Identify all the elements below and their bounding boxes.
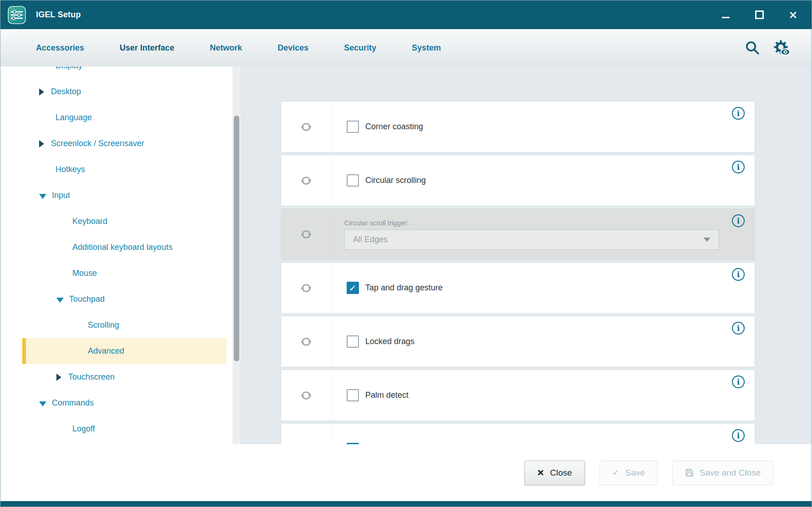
sidebar-item-logoff[interactable]: Logoff bbox=[0, 416, 232, 442]
chevron-down-icon bbox=[703, 238, 711, 242]
chevron-right-icon[interactable] bbox=[39, 88, 44, 96]
maximize-icon bbox=[755, 10, 764, 19]
settings-panel: Corner coasting i bbox=[241, 66, 812, 444]
reset-icon bbox=[299, 120, 313, 134]
select-value: All Edges bbox=[353, 235, 388, 244]
maximize-button[interactable] bbox=[753, 9, 765, 21]
circular-scroll-trigger-select[interactable]: All Edges bbox=[344, 229, 719, 250]
checkbox-unchecked[interactable] bbox=[347, 335, 359, 348]
setting-content: ✓ Tap and drag gesture bbox=[332, 263, 755, 313]
chevron-down-icon[interactable] bbox=[56, 298, 64, 303]
tab-devices[interactable]: Devices bbox=[277, 43, 308, 53]
close-window-button[interactable] bbox=[787, 9, 799, 21]
setting-content: Corner coasting bbox=[332, 101, 755, 152]
close-button[interactable]: Close bbox=[525, 461, 585, 485]
sidebar-item-desktop[interactable]: Desktop bbox=[0, 79, 232, 105]
info-icon[interactable]: i bbox=[732, 161, 745, 173]
sidebar-item-touchscreen[interactable]: Touchscreen bbox=[0, 364, 232, 390]
info-icon[interactable]: i bbox=[732, 375, 745, 388]
setting-content: Palm detect bbox=[332, 370, 755, 421]
info-icon[interactable]: i bbox=[732, 107, 745, 120]
checkbox-circular-scrolling[interactable]: Circular scrolling bbox=[347, 174, 426, 187]
info-icon[interactable]: i bbox=[732, 214, 745, 227]
checkbox-palm-detect[interactable]: Palm detect bbox=[347, 389, 409, 401]
setting-row-corner-coasting: Corner coasting i bbox=[281, 101, 755, 152]
sidebar-item-commands[interactable]: Commands bbox=[0, 390, 232, 416]
window-controls bbox=[720, 9, 812, 21]
sidebar-item-touchpad[interactable]: Touchpad bbox=[0, 286, 232, 312]
sidebar-item-keyboard[interactable]: Keyboard bbox=[0, 208, 232, 234]
reset-icon bbox=[299, 228, 313, 241]
reset-button[interactable] bbox=[281, 424, 332, 444]
tab-security[interactable]: Security bbox=[344, 43, 376, 53]
sidebar-item-input[interactable]: Input bbox=[0, 183, 232, 208]
sidebar-item-language[interactable]: Language bbox=[0, 105, 232, 131]
checkbox-tap-and-drag-gesture[interactable]: ✓ Tap and drag gesture bbox=[347, 282, 443, 294]
tab-user-interface[interactable]: User Interface bbox=[120, 43, 174, 53]
reset-button[interactable] bbox=[281, 316, 332, 367]
sidebar-item-screenlock-screensaver[interactable]: Screenlock / Screensaver bbox=[0, 131, 232, 157]
save-button[interactable]: ✓ Save bbox=[600, 461, 658, 485]
info-icon[interactable]: i bbox=[732, 429, 745, 442]
reset-button[interactable] bbox=[281, 209, 332, 259]
reset-button[interactable] bbox=[281, 155, 332, 206]
titlebar: IGEL Setup bbox=[0, 0, 812, 29]
setting-row-locked-drags: Locked drags i bbox=[281, 316, 755, 367]
tab-bar: Accessories User Interface Network Devic… bbox=[0, 29, 812, 66]
settings-gear-eye-icon[interactable] bbox=[772, 39, 791, 57]
chevron-down-icon[interactable] bbox=[39, 194, 46, 199]
reset-icon bbox=[299, 389, 313, 402]
reset-icon bbox=[299, 281, 313, 295]
checkbox-unchecked[interactable] bbox=[347, 174, 359, 187]
sidebar-item-hotkeys[interactable]: Hotkeys bbox=[0, 157, 232, 183]
chevron-right-icon[interactable] bbox=[39, 140, 44, 147]
sidebar-scrollbar[interactable] bbox=[232, 66, 241, 444]
save-and-close-button[interactable]: Save and Close bbox=[672, 461, 773, 485]
tab-network[interactable]: Network bbox=[210, 43, 242, 53]
footer-bar: Close ✓ Save Save and Close bbox=[0, 444, 812, 501]
checkbox-unchecked[interactable] bbox=[347, 121, 359, 133]
tabbar-icons bbox=[744, 39, 812, 57]
chevron-right-icon[interactable] bbox=[56, 374, 61, 381]
window-title: IGEL Setup bbox=[36, 10, 81, 20]
sidebar-item-display[interactable]: Display bbox=[0, 66, 232, 79]
setting-row-tap-and-drag-gesture: ✓ Tap and drag gesture i bbox=[281, 263, 755, 313]
reset-icon bbox=[299, 335, 313, 349]
chevron-down-icon[interactable] bbox=[39, 401, 46, 406]
reset-icon bbox=[299, 174, 313, 188]
tree-list: Display Desktop Language Screenlock / Sc… bbox=[0, 66, 232, 442]
checkbox-corner-coasting[interactable]: Corner coasting bbox=[347, 121, 423, 133]
igel-setup-window: IGEL Setup Accessories User Interface Ne… bbox=[0, 0, 812, 507]
reset-button[interactable] bbox=[281, 263, 332, 313]
checkbox-unchecked[interactable] bbox=[347, 389, 359, 401]
minimize-button[interactable] bbox=[720, 9, 731, 21]
info-icon[interactable]: i bbox=[732, 268, 745, 281]
setting-content: Circular scroll trigger: All Edges bbox=[332, 209, 755, 259]
setting-row-clipped: ✓ i bbox=[281, 424, 755, 444]
close-x-icon bbox=[537, 469, 544, 476]
setting-content: Circular scrolling bbox=[332, 155, 755, 206]
sidebar-item-advanced[interactable]: Advanced bbox=[22, 338, 227, 364]
search-icon[interactable] bbox=[744, 40, 761, 56]
reset-button[interactable] bbox=[281, 101, 332, 152]
minimize-icon bbox=[722, 17, 730, 18]
checkbox-locked-drags[interactable]: Locked drags bbox=[347, 335, 414, 348]
reset-button[interactable] bbox=[281, 370, 332, 421]
close-icon bbox=[789, 11, 797, 19]
setting-row-circular-scrolling: Circular scrolling i bbox=[281, 155, 755, 206]
setting-content: Locked drags bbox=[332, 316, 755, 367]
info-icon[interactable]: i bbox=[732, 322, 745, 335]
sidebar-item-additional-keyboard-layouts[interactable]: Additional keyboard layouts bbox=[0, 234, 232, 260]
window-bottom-edge bbox=[0, 501, 812, 507]
setting-row-palm-detect: Palm detect i bbox=[281, 370, 755, 421]
tab-system[interactable]: System bbox=[412, 43, 441, 53]
content-area: Display Desktop Language Screenlock / Sc… bbox=[0, 66, 812, 444]
checkbox-checked[interactable]: ✓ bbox=[347, 282, 359, 294]
setting-row-circular-scroll-trigger: Circular scroll trigger: All Edges i bbox=[281, 209, 755, 259]
igel-logo-icon bbox=[8, 6, 26, 24]
sidebar-item-mouse[interactable]: Mouse bbox=[0, 260, 232, 286]
tab-accessories[interactable]: Accessories bbox=[36, 43, 84, 53]
sidebar-tree: Display Desktop Language Screenlock / Sc… bbox=[0, 66, 232, 444]
sidebar-item-scrolling[interactable]: Scrolling bbox=[0, 312, 232, 338]
scrollbar-thumb[interactable] bbox=[234, 116, 239, 361]
